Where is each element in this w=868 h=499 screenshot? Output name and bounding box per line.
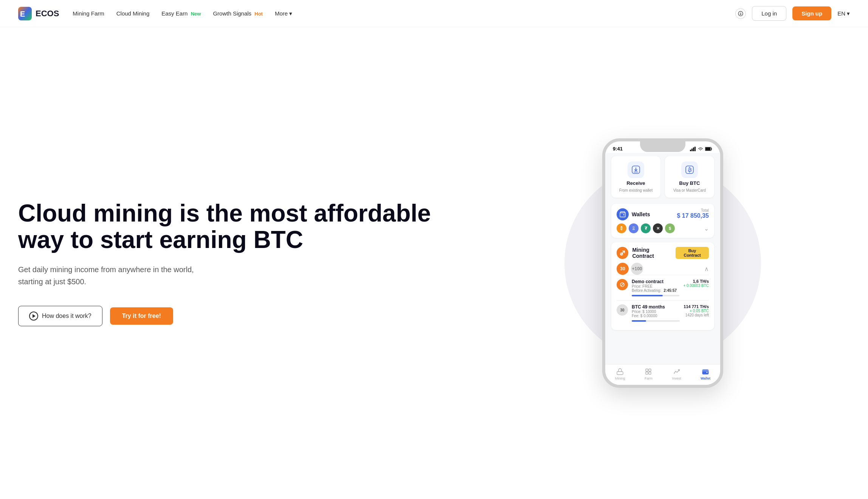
- buy-btc-title: Buy BTC: [679, 180, 700, 186]
- svg-rect-16: [649, 369, 651, 371]
- svg-rect-3: [690, 150, 691, 151]
- demo-contract-values: 1,6 TH/s + 0.00003 BTC: [683, 279, 709, 288]
- svg-rect-19: [702, 370, 708, 374]
- svg-point-11: [623, 214, 625, 215]
- battery-icon: [705, 147, 713, 151]
- wallet-nav-label: Wallet: [701, 377, 710, 380]
- svg-rect-6: [694, 147, 696, 151]
- wallets-label: Wallets: [632, 211, 650, 217]
- nav-link-growth-signals[interactable]: Growth Signals Hot: [213, 10, 263, 17]
- coin-usd-icon: $: [665, 223, 675, 233]
- nav-right: Log in Sign up EN ▾: [735, 6, 850, 21]
- bottom-nav-farm[interactable]: Farm: [644, 367, 653, 380]
- coin-xrp-icon: ✕: [653, 223, 663, 233]
- receive-title: Receive: [626, 180, 645, 186]
- mining-contract-icon: [617, 247, 628, 259]
- signal-icon: [690, 147, 696, 151]
- demo-contract-price: Price: FREE: [632, 284, 679, 288]
- hero-text: Cloud mining is the most affordable way …: [18, 200, 476, 327]
- receive-card[interactable]: Receive From existing wallet: [611, 156, 660, 198]
- nav-link-mining-farm[interactable]: Mining Farm: [73, 10, 104, 17]
- download-icon[interactable]: [735, 8, 746, 19]
- play-icon: [29, 311, 38, 321]
- wallets-header: Wallets Total $ 17 850,35: [617, 208, 709, 220]
- nav-link-more[interactable]: More ▾: [275, 10, 292, 17]
- buy-btc-card[interactable]: Buy BTC Visa or MasterCard: [665, 156, 714, 198]
- svg-rect-18: [649, 372, 651, 374]
- mining-header: Mining Contract Buy Contract: [617, 247, 709, 259]
- login-button[interactable]: Log in: [752, 6, 786, 21]
- svg-rect-14: [617, 372, 623, 375]
- invest-nav-icon: [673, 367, 681, 376]
- bottom-nav-wallet[interactable]: Wallet: [701, 367, 710, 380]
- how-it-works-button[interactable]: How does it work?: [18, 306, 102, 326]
- demo-contract-item: Demo contract Price: FREE Before Activat…: [617, 275, 709, 300]
- mining-expand-icon[interactable]: ∧: [704, 265, 709, 273]
- nav-links: Mining Farm Cloud Mining Easy Earn New G…: [73, 10, 292, 17]
- btc-contract-item: 30 BTC 49 months Price: $ 10000 Fee: $ 0…: [617, 300, 709, 325]
- wallets-section: Wallets Total $ 17 850,35 ₿ Ξ ₮: [611, 204, 714, 238]
- bottom-nav: Mining Farm: [605, 364, 720, 385]
- btc-contract-icon: 30: [617, 304, 628, 316]
- play-triangle-icon: [33, 314, 36, 318]
- try-free-button[interactable]: Try it for free!: [110, 307, 173, 325]
- language-selector[interactable]: EN ▾: [837, 10, 850, 17]
- bottom-nav-mining[interactable]: Mining: [615, 367, 625, 380]
- btc-ths: 114 771 TH/s: [684, 304, 709, 309]
- btc-contract-price: Price: $ 10000: [632, 310, 680, 314]
- svg-text:E: E: [20, 10, 25, 18]
- receive-icon-circle: [628, 161, 644, 178]
- phone-container: 9:41: [476, 138, 850, 388]
- btc-contract-info: BTC 49 months Price: $ 10000 Fee: $ 0.00…: [632, 304, 680, 322]
- wallet-nav-icon: [701, 367, 710, 376]
- receive-subtitle: From existing wallet: [619, 188, 653, 192]
- svg-point-21: [707, 372, 708, 373]
- navbar: E ECOS Mining Farm Cloud Mining Easy Ear…: [0, 0, 868, 27]
- phone-screen: 9:41: [605, 141, 720, 385]
- wallets-total: Total $ 17 850,35: [677, 208, 709, 219]
- demo-contract-progress: [632, 295, 679, 296]
- app-content: Receive From existing wallet: [605, 153, 720, 364]
- wallets-icon: [617, 208, 629, 220]
- logo[interactable]: E ECOS: [18, 7, 59, 20]
- farm-nav-label: Farm: [645, 377, 653, 380]
- buy-btc-icon: [685, 165, 694, 175]
- svg-rect-4: [691, 149, 693, 151]
- svg-rect-8: [705, 147, 711, 150]
- buy-contract-button[interactable]: Buy Contract: [676, 247, 709, 259]
- demo-contract-info: Demo contract Price: FREE Before Activat…: [632, 279, 679, 296]
- svg-rect-17: [646, 372, 648, 374]
- invest-nav-label: Invest: [672, 377, 681, 380]
- coin-icons: ₿ Ξ ₮ ✕ $: [617, 223, 675, 233]
- nav-link-easy-earn[interactable]: Easy Earn New: [161, 10, 201, 17]
- signup-button[interactable]: Sign up: [792, 6, 831, 20]
- nav-link-cloud-mining[interactable]: Cloud Mining: [116, 10, 150, 17]
- contract-avatar-plus: +100: [631, 263, 643, 275]
- status-time: 9:41: [613, 146, 623, 152]
- btc-contract-name: BTC 49 months: [632, 304, 680, 310]
- total-label: Total: [677, 208, 709, 212]
- wallets-chevron-icon[interactable]: ⌄: [704, 225, 709, 232]
- demo-contract-before: Before Activating: 2:45:57: [632, 288, 679, 293]
- coin-btc-icon: ₿: [617, 223, 626, 233]
- buy-btc-icon-circle: [681, 161, 698, 178]
- growth-signals-badge: Hot: [254, 11, 263, 17]
- svg-rect-15: [646, 369, 648, 371]
- phone-notch: [640, 141, 685, 152]
- hero-buttons: How does it work? Try it for free!: [18, 306, 460, 326]
- hero-title: Cloud mining is the most affordable way …: [18, 200, 460, 253]
- nav-left: E ECOS Mining Farm Cloud Mining Easy Ear…: [18, 7, 292, 20]
- mining-nav-label: Mining: [615, 377, 625, 380]
- btc-earn: + 0.05 BTC: [684, 309, 709, 313]
- bottom-nav-invest[interactable]: Invest: [672, 367, 681, 380]
- mining-contract-section: Mining Contract Buy Contract 30 +100 ∧: [611, 242, 714, 330]
- btc-contract-values: 114 771 TH/s + 0.05 BTC 1420 days left: [684, 304, 709, 317]
- main-section: Cloud mining is the most affordable way …: [0, 27, 868, 499]
- farm-nav-icon: [644, 367, 653, 376]
- ecos-logo-icon: E: [18, 7, 32, 20]
- brand-name: ECOS: [36, 9, 59, 19]
- demo-contract-icon: [617, 279, 628, 290]
- btc-contract-fee: Fee: $ 0.00000: [632, 314, 680, 318]
- easy-earn-badge: New: [191, 11, 201, 17]
- status-icons: [690, 147, 713, 151]
